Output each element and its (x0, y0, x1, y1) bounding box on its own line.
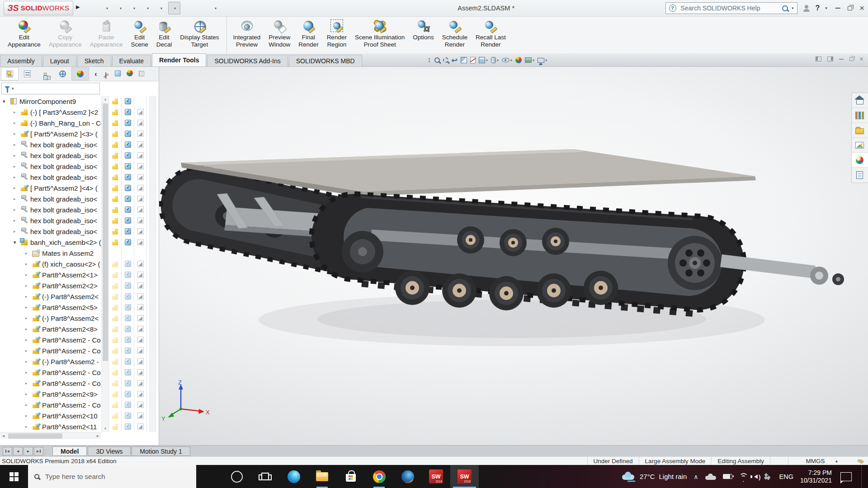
quick-tool-button[interactable] (155, 2, 167, 14)
expand-arrow-icon[interactable] (14, 186, 20, 190)
visibility-cube-icon[interactable] (124, 206, 132, 213)
search-icon[interactable] (782, 5, 788, 11)
search-caret-icon[interactable]: ▾ (792, 6, 794, 10)
close-button[interactable]: × (859, 5, 864, 11)
tag-icon[interactable] (858, 458, 864, 464)
tree-item[interactable]: hex bolt gradeab_iso< (0, 172, 159, 183)
tree-item[interactable]: hex bolt gradeab_iso< (0, 161, 159, 172)
expand-arrow-icon[interactable] (25, 316, 32, 320)
minimize-button[interactable] (835, 8, 840, 9)
tree-filter-box[interactable]: ▾ (1, 83, 100, 94)
taskbar-app[interactable] (222, 465, 251, 488)
expand-arrow-icon[interactable] (25, 305, 32, 310)
expand-pane-icon[interactable] (827, 56, 833, 61)
display-style-column-icon[interactable] (137, 412, 144, 419)
taskbar-app[interactable] (393, 465, 422, 488)
expand-arrow-icon[interactable] (14, 131, 20, 136)
tree-item[interactable]: MirrorComponent9 (0, 96, 159, 107)
tree-item[interactable]: hex bolt gradeab_iso< (0, 204, 159, 215)
visibility-cube-icon[interactable] (124, 108, 132, 116)
user-account-icon[interactable] (803, 5, 810, 12)
display-style-column-icon[interactable] (137, 271, 144, 278)
taskbar-search[interactable] (28, 465, 196, 488)
ribbon-button[interactable]: Recall LastRender (472, 17, 510, 53)
expand-arrow-icon[interactable] (14, 175, 20, 179)
tree-item[interactable]: Part8^Assem2<10 (0, 410, 159, 421)
display-style-column-icon[interactable] (137, 390, 144, 398)
display-style-column-icon[interactable] (137, 260, 144, 267)
tree-item[interactable]: Part8^Assem2<8> (0, 324, 159, 334)
expand-arrow-icon[interactable] (14, 239, 20, 245)
display-style-column-icon[interactable] (137, 228, 144, 235)
tab-nav-button[interactable] (13, 447, 23, 455)
visibility-cube-icon[interactable] (124, 119, 132, 127)
restore-button[interactable] (848, 6, 852, 10)
visibility-cube-icon[interactable] (124, 325, 132, 333)
ribbon-button[interactable]: Scene IlluminationProof Sheet (351, 17, 409, 53)
ribbon-button[interactable]: Display StatesTarget (176, 17, 223, 53)
units-selector[interactable]: MMGS ▲ (788, 457, 856, 465)
display-style-column-icon[interactable] (137, 130, 144, 137)
ribbon-button[interactable]: CopyAppearance (45, 17, 86, 53)
graphics-viewport[interactable]: Z X Y (159, 67, 868, 445)
expand-arrow-icon[interactable] (14, 207, 20, 212)
tab-nav-button[interactable] (3, 447, 12, 455)
display-style-column-icon[interactable] (137, 325, 144, 333)
expand-arrow-icon[interactable] (14, 229, 20, 234)
view-tool-button[interactable] (452, 56, 458, 65)
expand-arrow-icon[interactable] (14, 197, 20, 201)
collapse-pane-icon[interactable] (816, 56, 821, 61)
ribbon-button[interactable]: Options (409, 17, 438, 53)
scroll-thumb[interactable] (103, 103, 108, 361)
taskbar-app[interactable] (336, 465, 365, 488)
visibility-cube-icon[interactable] (124, 282, 132, 289)
doc-minimize-button[interactable] (839, 59, 844, 60)
display-style-column-icon[interactable] (137, 174, 144, 181)
command-tab[interactable]: Sketch (77, 55, 111, 66)
expand-arrow-icon[interactable] (25, 251, 32, 255)
scroll-right-icon[interactable]: ▶ (94, 432, 101, 440)
task-pane-button[interactable] (852, 93, 868, 108)
tree-item[interactable]: Part8^Assem2 - Co (0, 399, 159, 410)
task-pane-button[interactable] (852, 153, 868, 168)
dropbox-icon[interactable] (764, 473, 773, 480)
taskbar-app[interactable]: SW 2018 (450, 465, 479, 488)
visibility-cube-icon[interactable] (124, 98, 132, 105)
quick-tool-button[interactable] (87, 2, 99, 14)
expand-arrow-icon[interactable] (25, 413, 32, 418)
display-style-column-icon[interactable] (137, 217, 144, 224)
command-tab[interactable]: SOLIDWORKS MBD (289, 55, 362, 66)
display-style-column-icon[interactable] (137, 314, 144, 322)
tree-item[interactable]: banh_xich_asemb<2> ( (0, 237, 159, 248)
command-tab[interactable]: SOLIDWORKS Add-Ins (207, 55, 288, 66)
tree-vertical-scrollbar[interactable]: ▲ ▼ (101, 96, 108, 432)
visibility-cube-icon[interactable] (124, 358, 132, 365)
expand-arrow-icon[interactable] (25, 327, 32, 331)
tab-nav-button[interactable] (24, 447, 33, 455)
view-tool-button[interactable] (427, 56, 431, 65)
view-tool-button[interactable] (502, 58, 512, 62)
ribbon-button[interactable]: EditScene (127, 17, 152, 53)
task-pane-button[interactable] (852, 138, 868, 153)
panel-header-tool[interactable] (94, 70, 97, 78)
tree-item[interactable]: Part8^Assem2 - Co (0, 334, 159, 345)
expand-arrow-icon[interactable] (25, 392, 32, 396)
visibility-cube-icon[interactable] (124, 423, 132, 430)
tree-item[interactable]: Part8^Assem2 - Co (0, 378, 159, 389)
scroll-up-icon[interactable]: ▲ (102, 96, 109, 103)
tree-item[interactable]: (-) Part8^Assem2< (0, 291, 159, 302)
help-menu[interactable]: ? (816, 4, 820, 12)
view-tool-button[interactable] (515, 57, 522, 63)
tree-item[interactable]: hex bolt gradeab_iso< (0, 193, 159, 204)
speaker-icon[interactable] (754, 474, 758, 479)
expand-arrow-icon[interactable] (25, 338, 32, 342)
view-tool-button[interactable] (479, 57, 488, 63)
tree-item[interactable]: (-) [ Part3^Assem2 ]<2 (0, 107, 159, 117)
expand-arrow-icon[interactable] (25, 262, 32, 266)
display-style-column-icon[interactable] (137, 293, 144, 300)
command-tab[interactable]: Evaluate (112, 55, 151, 66)
expand-arrow-icon[interactable] (25, 294, 32, 299)
tab-nav-button[interactable] (34, 447, 43, 455)
document-tab[interactable]: Motion Study 1 (132, 446, 190, 456)
document-tab[interactable]: Model (52, 446, 87, 456)
